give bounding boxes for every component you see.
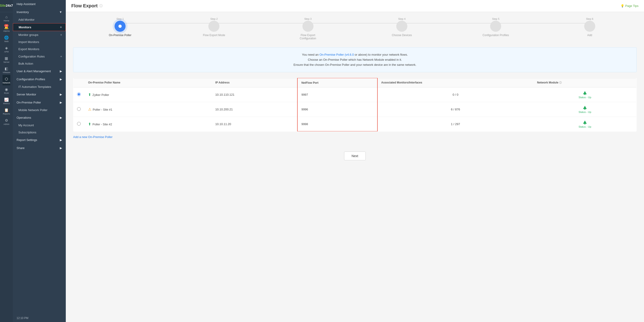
sidebar-config-profiles-header[interactable]: Configuration Profiles ▶: [13, 75, 66, 83]
table-cell-ip-2: 10.10.200.21: [212, 102, 298, 116]
step-wizard: Step 1On-Premise PollerStep 2Flow Export…: [73, 18, 637, 40]
table-cell-netflow-3: 9998: [298, 116, 377, 131]
metrics-label: Metrics: [3, 102, 10, 105]
chevron-right-icon-2: ▶: [60, 78, 62, 81]
sidebar-item-add-monitor[interactable]: Add Monitor: [13, 16, 66, 23]
sidebar-report-settings-header[interactable]: Report Settings ▶: [13, 136, 66, 144]
next-button[interactable]: Next: [344, 152, 366, 160]
network-module-icon-3: [537, 120, 633, 125]
network-module-status-2: Status - Up: [537, 111, 633, 114]
radio-poller-3[interactable]: [77, 122, 81, 126]
add-poller-link[interactable]: Add a new On-Premise Poller: [73, 135, 112, 139]
chevron-down-icon: ▼: [59, 10, 62, 14]
sidebar-share-header[interactable]: Share ▶: [13, 144, 66, 152]
sidebar-inventory-header[interactable]: Inventory ▼: [13, 8, 66, 16]
sidebar-item-my-account[interactable]: My Account: [13, 122, 66, 129]
table-cell-associated-1: 0 / 0: [378, 87, 533, 102]
step-number-6: Step 6: [586, 18, 594, 20]
icon-nav-item-web[interactable]: 🌐Web: [2, 34, 10, 44]
table-cell-netflow-1: 9997: [298, 87, 377, 102]
icon-nav-item-apm[interactable]: ◈APM: [2, 44, 10, 54]
network-module-info-icon[interactable]: ⓘ: [559, 81, 562, 84]
plus-icon-config[interactable]: +: [60, 54, 62, 58]
sidebar-item-mobile-network[interactable]: Mobile Network Poller: [13, 106, 66, 114]
network-module-status-3: Status - Up: [537, 125, 633, 128]
sidebar-on-premise-header[interactable]: On-Premise Poller ▶: [13, 98, 66, 106]
vmware-label: VMware: [2, 71, 10, 74]
sidebar-item-help-assistant[interactable]: Help Assistant: [13, 0, 66, 8]
network-module-icon-1: [537, 90, 633, 96]
info-text-2: or above) to monitor your network flows.: [355, 53, 408, 56]
info-text-1: You need an: [302, 53, 320, 56]
sidebar-item-import-monitors[interactable]: Import Monitors: [13, 38, 66, 46]
plus-icon-groups[interactable]: +: [60, 33, 62, 36]
step-circle-1[interactable]: [114, 21, 126, 32]
step-circle-3[interactable]: [302, 21, 314, 32]
vmware-icon: ◧: [4, 66, 8, 71]
table-cell-ip-1: 10.10.110.121: [212, 87, 298, 102]
sidebar-item-subscriptions[interactable]: Subscriptions: [13, 129, 66, 136]
step-label-1: On-Premise Poller: [109, 34, 131, 37]
info-box: You need an On-Premise Poller (v4.6.0 or…: [73, 48, 637, 72]
table-cell-radio-3: [73, 116, 85, 131]
info-text-3: Choose an On-Premise Poller which has Ne…: [81, 57, 629, 62]
icon-nav-item-vmware[interactable]: ◧VMware: [2, 65, 10, 75]
chevron-right-icon-6: ▶: [60, 138, 62, 142]
tips-icon: 💡: [620, 4, 624, 8]
table-header-radio: [73, 78, 85, 87]
step-circle-4[interactable]: [396, 21, 407, 32]
table-header-name: On-Premise Poller Name: [84, 78, 212, 87]
icon-nav-item-alarms[interactable]: 16🔔Alarms: [2, 23, 10, 34]
sidebar-server-monitor-header[interactable]: Server Monitor ▶: [13, 90, 66, 98]
network-icon: ⬡: [5, 77, 8, 81]
table-cell-name-1: ⬆Zylker Poller: [84, 87, 212, 102]
table-header-associated: Associated Monitors/Interfaces: [378, 78, 533, 87]
sidebar-item-monitor-groups[interactable]: Monitor groups +: [13, 31, 66, 38]
main-content: Flow Export ⓘ 💡 Page Tips Step 1On-Premi…: [66, 0, 644, 322]
on-premise-poller-link[interactable]: On-Premise Poller (v4.6.0: [320, 53, 354, 56]
sidebar-item-it-automation[interactable]: IT Automation Templates: [13, 83, 66, 90]
poller-status-icon-1: ⬆: [88, 93, 91, 96]
step-circle-2[interactable]: [208, 21, 220, 32]
icon-nav-item-server[interactable]: ▦Server: [2, 54, 10, 65]
step-circle-5[interactable]: [490, 21, 501, 32]
chevron-right-icon-7: ▶: [60, 146, 62, 150]
page-title: Flow Export: [71, 3, 98, 8]
sidebar-item-monitors[interactable]: Monitors +: [13, 23, 66, 31]
sidebar-item-export-monitors[interactable]: Export Monitors: [13, 46, 66, 53]
page-tips-button[interactable]: 💡 Page Tips: [620, 4, 638, 8]
info-icon[interactable]: ⓘ: [99, 4, 102, 8]
icon-nav-item-metrics[interactable]: 📈Metrics: [2, 96, 10, 106]
table-cell-ip-3: 10.10.11.20: [212, 116, 298, 131]
network-label: Network: [2, 82, 10, 84]
sidebar-item-bulk-action[interactable]: Bulk Action: [13, 60, 66, 67]
table-cell-radio-2: [73, 102, 85, 116]
step-label-5: Configuration Profiles: [482, 34, 509, 37]
poller-status-icon-3: ⬆: [88, 122, 91, 126]
radio-poller-2[interactable]: [77, 107, 81, 111]
chevron-right-icon-4: ▶: [60, 101, 62, 104]
table-row: ⚠Poller - Site #110.10.200.2199966 / 876…: [73, 102, 637, 116]
svg-marker-0: [583, 91, 587, 94]
svg-rect-3: [584, 109, 585, 110]
sidebar-time: 12:10 PM: [13, 314, 66, 322]
plus-icon[interactable]: +: [60, 25, 62, 29]
icon-nav-item-network[interactable]: ⬡Network: [2, 75, 10, 85]
app-logo[interactable]: Site24x7: [3, 2, 10, 9]
step-circle-6[interactable]: [584, 21, 595, 32]
icon-nav-item-rum[interactable]: ◉RUM: [2, 85, 10, 96]
reports-label: Reports: [3, 113, 10, 115]
icon-nav-item-reports[interactable]: 📋Reports: [2, 106, 10, 116]
step-number-3: Step 3: [304, 18, 312, 20]
sidebar-operations-header[interactable]: Operations ▶: [13, 114, 66, 122]
table-header-network-module: Network Module ⓘ: [533, 78, 637, 87]
icon-nav-item-home[interactable]: ⌂Home: [2, 13, 10, 23]
rum-label: RUM: [4, 92, 9, 94]
table-cell-name-3: ⬆Poller - Site #2: [84, 116, 212, 131]
svg-rect-1: [584, 94, 585, 95]
step-number-2: Step 2: [210, 18, 218, 20]
sidebar-user-alert-header[interactable]: User & Alert Management ▶: [13, 67, 66, 75]
sidebar-item-config-rules[interactable]: Configuration Rules +: [13, 53, 66, 60]
radio-poller-1[interactable]: [77, 92, 81, 96]
icon-nav-item-admin[interactable]: ⚙Admin: [2, 116, 10, 127]
